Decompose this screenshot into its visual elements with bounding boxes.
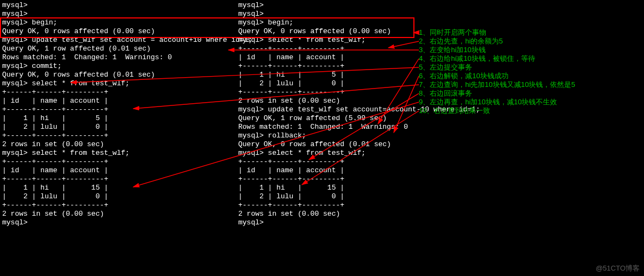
terminal-line: +------+------+---------+: [2, 201, 236, 210]
terminal-line: | 1 | hi | 5 |: [2, 114, 236, 123]
terminal-line: mysql> select * from test_wlf;: [2, 79, 236, 88]
terminal-line: Rows matched: 1 Changed: 1 Warnings: 0: [238, 123, 472, 131]
annotation-item: 3、左变给hi加10块钱: [419, 46, 575, 54]
terminal-line: mysql> begin;: [238, 18, 472, 27]
annotation-item: 6、右边解锁，减10块钱成功: [419, 72, 575, 80]
terminal-line: mysql>: [238, 218, 472, 227]
terminal-line: +------+------+---------+: [238, 201, 472, 210]
terminal-line: mysql>: [2, 218, 236, 227]
terminal-line: | id | name | account |: [2, 166, 236, 175]
terminal-line: +------+------+---------+: [238, 158, 472, 166]
terminal-line: mysql>: [238, 10, 472, 18]
terminal-line: Query OK, 0 rows affected (0.01 sec): [2, 71, 236, 79]
annotation-item: 10、右边查到结果一致: [419, 106, 575, 115]
annotation-item: 5、左边提交事务: [419, 63, 575, 72]
terminal-line: Query OK, 0 rows affected (0.00 sec): [2, 27, 236, 36]
terminal-line: 2 rows in set (0.00 sec): [238, 210, 472, 218]
terminal-line: +------+------+---------+: [238, 175, 472, 184]
terminal-line: +------+------+---------+: [2, 158, 236, 166]
watermark: @51CTO博客: [596, 264, 640, 273]
terminal-line: mysql> select * from test_wlf;: [2, 149, 236, 158]
terminal-line: 2 rows in set (0.00 sec): [2, 210, 236, 218]
terminal-line: +------+------+---------+: [2, 175, 236, 184]
terminal-line: mysql>: [238, 1, 472, 10]
annotation-item: 7、左边查询，hi先加10块钱又减10块钱，依然是5: [419, 80, 575, 89]
terminal-line: Query OK, 1 row affected (5.99 sec): [238, 114, 472, 123]
terminal-line: mysql> rollback;: [238, 131, 472, 140]
terminal-line: | id | name | account |: [2, 97, 236, 105]
terminal-line: mysql> commit;: [2, 62, 236, 71]
terminal-line: | 1 | hi | 15 |: [238, 184, 472, 192]
terminal-line: +------+------+---------+: [2, 88, 236, 97]
terminal-line: | 2 | lulu | 0 |: [2, 123, 236, 131]
terminal-line: | 1 | hi | 15 |: [2, 184, 236, 192]
terminal-line: | id | name | account |: [238, 166, 472, 175]
terminal-line: +------+------+---------+: [2, 105, 236, 114]
terminal-line: mysql>: [2, 1, 236, 10]
terminal-line: mysql> update test_wlf set account = acc…: [2, 36, 236, 45]
terminal-line: +------+------+---------+: [2, 131, 236, 140]
left-terminal[interactable]: mysql>mysql>mysql> begin;Query OK, 0 row…: [0, 0, 238, 228]
terminal-line: Rows matched: 1 Changed: 1 Warnings: 0: [2, 53, 236, 62]
terminal-line: 2 rows in set (0.00 sec): [2, 140, 236, 149]
terminal-line: mysql> select * from test_wlf;: [238, 149, 472, 158]
terminal-line: Query OK, 1 row affected (0.01 sec): [2, 45, 236, 53]
annotation-item: 1、同时开启两个事物: [419, 28, 575, 37]
annotation-item: 9、左边再查，hi加10块钱，减10块钱不生效: [419, 98, 575, 106]
annotation-item: 4、右边给hi减10块钱，被锁住，等待: [419, 54, 575, 63]
terminal-line: Query OK, 0 rows affected (0.01 sec): [238, 140, 472, 149]
terminal-line: | 2 | lulu | 0 |: [2, 192, 236, 201]
annotation-list: 1、同时开启两个事物 2、右边先查，hi的余额为5 3、左变给hi加10块钱 4…: [419, 28, 575, 115]
terminal-line: | 2 | lulu | 0 |: [238, 192, 472, 201]
annotation-item: 2、右边先查，hi的余额为5: [419, 37, 575, 46]
annotation-item: 8、右边回滚事务: [419, 89, 575, 98]
terminal-line: mysql>: [2, 10, 236, 18]
terminal-line: mysql> begin;: [2, 18, 236, 27]
